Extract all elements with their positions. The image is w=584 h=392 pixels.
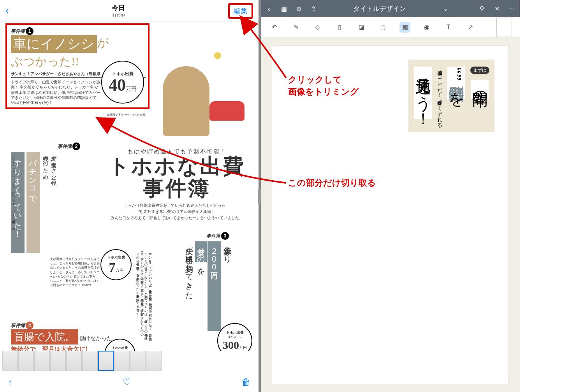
shape-icon[interactable]: ◪ [356,22,367,33]
lasso-icon[interactable]: ◌ [378,22,389,33]
cost-note: ※保険で下りた分も含んだ金額。 [101,113,148,117]
a4-title: 盲腸で入院。 [11,329,78,345]
heart-icon[interactable]: ♡ [123,377,131,388]
image-tool-icon[interactable]: ▩ [399,22,410,33]
a3-l3: 上乗せの車 [195,241,207,262]
main-sublead: しっかり特別出費対策をしている貯め達人たちもビビった、 “想定外すぎる出費”のリ… [99,202,255,221]
case-label-1: 事件簿 1 [11,27,33,35]
case-num-3: 3 [221,232,229,240]
a2-person: サンキュ！アンバサダー ひいらぎりおさん（千葉県 35歳） [11,152,15,224]
article1-body: ドライブの帰り、山道で突然ドーンとイノシシが激突！ 車の前がぐちゃぐちゃになり、… [11,79,100,105]
cost-circle-2: トホホ出費 7万円 [100,249,132,280]
edit-button[interactable]: 編集 [228,3,253,19]
grid-icon[interactable]: ▦ [280,4,288,13]
a3-l5: 夫が勝手に契約してきた [185,241,195,331]
a3-l2: ２００万円 [208,241,221,331]
article-2: 事件簿 2 サンキュ！アンバサダー ひいらぎりおさん（千葉県 35歳） すりまく… [11,152,100,254]
add-page-icon[interactable]: ⊕ [294,4,303,13]
case-label-2: 事件簿 2 [58,142,80,150]
main-title-area: もはや貯め達人でも予測不可能！ トホホな出費 事件簿 しっかり特別出費対策をして… [99,148,255,221]
thumb-selected[interactable] [98,351,114,371]
gn-search-icon[interactable]: ⚲ [478,4,486,13]
pill: まずは [470,67,489,74]
sub2: “想定外すぎる出費”のリアル体験が大集結！ [99,209,255,215]
thumb[interactable] [66,351,82,371]
trash-icon[interactable]: 🗑 [241,377,251,388]
a3-titles: 夫が勝手に契約してきた 上乗せの車を、 ２００万円 予算額より [185,241,233,332]
highlighter-icon[interactable]: ▯ [334,22,345,33]
v1: 年間の [471,80,489,99]
thumb[interactable] [146,351,162,371]
annot1-l2: 画像をトリミング [288,86,359,98]
case-num-4: 4 [26,322,33,329]
pointer-icon[interactable]: ↗ [465,22,476,33]
gn-close-icon[interactable]: ✕ [493,4,501,13]
a2-l1: 夫が深夜タクシー代の [50,152,57,253]
pen-icon[interactable]: ✎ [290,22,301,33]
goodnotes-header: ‹ ▦ ⊕ ⇪ タイトルデザイン ⌄ ⚲ ✕ ⋯ [261,0,520,17]
c3-label: トホホ出費 [226,330,244,335]
annotation-2: この部分だけ切り取る [288,177,376,189]
title-ga: が [97,36,109,49]
thumb[interactable] [82,351,98,371]
v2c: ”を [447,74,465,99]
a3-l4: を、 [197,262,205,279]
vcol3-text: 見通そう！ [414,67,432,119]
title-design-block: 見通そう！ 原因はコレだ！ 貯蓄がくずれる “特別出費”を まずは 年間の [408,60,494,132]
header-title: 今日 10:29 [9,4,228,18]
c3-unit: 万円 [239,345,247,350]
c2-unit: 万円 [116,268,123,272]
a2-l3: パチンコで [26,152,40,253]
article-1: 事件簿 1 車にイノシシが ぶつかった!! サンキュ！アンバサダー さださあやさ… [5,23,150,109]
vcol-2: “特別出費”を [445,67,467,125]
a4-side: 働けなかった [79,336,112,341]
case-label-4: 事件簿 4 [11,322,33,329]
gn-chevron-down-icon[interactable]: ⌄ [441,4,450,13]
thumb[interactable] [2,351,18,371]
a3-l1: 予算額より [222,241,233,331]
header-time: 10:29 [9,12,228,18]
boar-car-illustration [163,51,252,136]
cost-unit: 万円 [126,86,137,92]
undo-icon[interactable]: ↶ [269,22,280,33]
main-title-line2: 事件簿 [99,178,255,200]
c2-label: トホホ出費 [107,255,125,260]
cost-amount: 40 [109,76,126,95]
annot1-l1: クリックして [288,74,359,86]
back-button[interactable]: ‹ [5,5,9,17]
case-label-text: 事件簿 [11,322,25,329]
eraser-icon[interactable]: ◇ [312,22,323,33]
text-tool-icon[interactable]: T [443,22,454,33]
case-label-text: 事件簿 [11,28,25,35]
photos-header: ‹ 今日 10:29 編集 [0,0,259,22]
gn-back-icon[interactable]: ‹ [265,4,273,13]
photo-viewer[interactable]: 事件簿 1 車にイノシシが ぶつかった!! サンキュ！アンバサダー さださあやさ… [0,22,259,373]
thumb[interactable] [130,351,146,371]
export-icon[interactable]: ⇪ [309,4,318,13]
case-label-3: 事件簿 3 [206,232,229,240]
boar-shape [163,66,209,136]
title-main: 車にイノシシ [11,35,97,53]
case-label-text: 事件簿 [58,143,72,150]
thumb[interactable] [114,351,130,371]
share-icon[interactable]: ↑ [8,377,12,388]
thumbnail-strip[interactable] [0,351,259,373]
photos-footer: ↑ ♡ 🗑 [0,373,259,392]
gn-more-icon[interactable]: ⋯ [507,4,516,13]
thumb[interactable] [18,351,34,371]
magazine-page: 事件簿 1 車にイノシシが ぶつかった!! サンキュ！アンバサダー さださあやさ… [5,23,256,373]
page-thumb[interactable] [496,18,512,37]
a2-l2: 穴埋めのため、 [42,152,49,253]
title-sub: ぶつかった!! [11,54,79,70]
c2-amt: 7 [109,260,116,274]
header-day: 今日 [9,4,228,12]
v2a: “ [447,67,465,74]
sub3: みんな口をそろえて「貯蓄しておいてよかったー」とつぶやいていました。 [99,215,255,221]
thumb[interactable] [34,351,50,371]
a3-person: サンキュ！アンバサダー 森田法子さん（山口県 29歳） [148,251,152,301]
case-num-1: 1 [26,27,33,35]
case-num-2: 2 [72,142,80,150]
camera-icon[interactable]: ◉ [421,22,432,33]
thumb[interactable] [50,351,66,371]
vcol-3: 見通そう！ [412,67,434,125]
